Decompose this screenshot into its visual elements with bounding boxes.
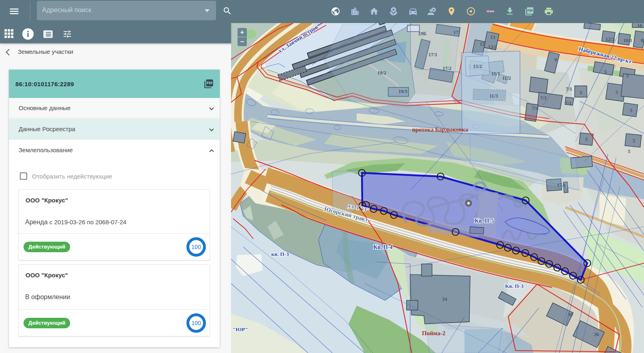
svg-text:"ЮР": "ЮР": [233, 326, 248, 332]
svg-text:Кв. П-3: Кв. П-3: [505, 283, 524, 289]
svg-text:11/3: 11/3: [489, 93, 498, 99]
svg-text:7/1: 7/1: [566, 86, 572, 92]
svg-text:7/1: 7/1: [540, 95, 547, 101]
svg-text:15/2: 15/2: [473, 64, 482, 69]
svg-text:19Б: 19Б: [418, 31, 427, 36]
svg-text:5: 5: [630, 108, 632, 113]
svg-text:12/2: 12/2: [605, 36, 614, 42]
svg-text:9: 9: [554, 57, 557, 63]
svg-text:5: 5: [628, 149, 630, 154]
svg-text:7/1: 7/1: [565, 100, 571, 106]
svg-text:13/2: 13/2: [488, 44, 497, 50]
svg-text:11/2: 11/2: [502, 75, 511, 81]
svg-text:5: 5: [626, 73, 629, 79]
svg-text:36: 36: [568, 312, 573, 317]
svg-text:8: 8: [641, 38, 643, 43]
svg-text:19/3: 19/3: [398, 89, 407, 94]
svg-text:5: 5: [604, 69, 607, 75]
svg-text:Кв. П-5: Кв. П-5: [475, 218, 494, 224]
svg-text:15: 15: [480, 41, 485, 47]
svg-text:19/2: 19/2: [377, 70, 386, 76]
svg-text:Кв. П-4: Кв. П-4: [373, 244, 392, 250]
svg-text:34: 34: [442, 296, 447, 302]
svg-text:Пойма-2: Пойма-2: [422, 330, 445, 336]
svg-text:36: 36: [594, 332, 599, 337]
svg-text:17: 17: [454, 30, 459, 35]
svg-text:5: 5: [585, 136, 588, 142]
svg-text:7/4: 7/4: [532, 106, 539, 111]
svg-text:17А: 17А: [557, 182, 566, 188]
svg-text:13: 13: [490, 34, 496, 40]
svg-text:10: 10: [637, 23, 642, 29]
svg-text:протока Бардыковка: протока Бардыковка: [412, 126, 469, 133]
svg-text:10/1: 10/1: [623, 38, 632, 43]
svg-text:17/1: 17/1: [428, 52, 437, 57]
svg-text:11/1: 11/1: [491, 71, 500, 77]
svg-text:17/2: 17/2: [443, 66, 451, 71]
svg-text:кв. П-3: кв. П-3: [271, 251, 289, 257]
svg-text:5: 5: [633, 138, 635, 144]
svg-text:5: 5: [616, 89, 618, 95]
svg-text:5: 5: [580, 90, 582, 96]
